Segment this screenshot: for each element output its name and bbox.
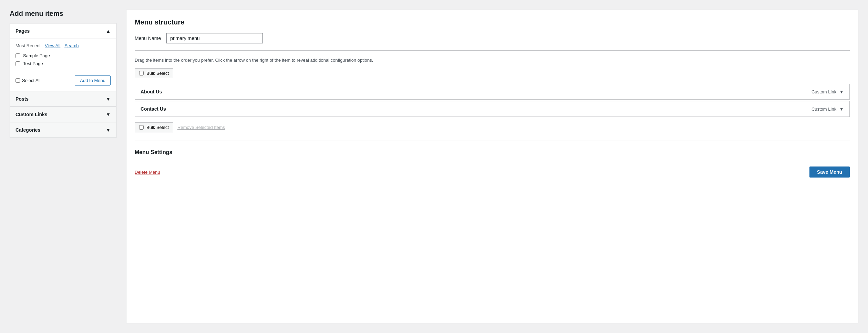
menu-name-row: Menu Name xyxy=(135,33,850,51)
menu-settings-title: Menu Settings xyxy=(135,149,850,155)
menu-item-about-us[interactable]: About Us Custom Link ▼ xyxy=(135,84,850,100)
menu-name-label: Menu Name xyxy=(135,36,161,41)
drag-hint-text: Drag the items into the order you prefer… xyxy=(135,58,850,63)
menu-item-type-contact-us: Custom Link xyxy=(812,107,836,112)
pages-footer: Select All Add to Menu xyxy=(16,72,111,85)
page-item-sample-page[interactable]: Sample Page xyxy=(16,53,111,58)
bulk-select-bottom-checkbox[interactable] xyxy=(139,125,144,130)
tab-most-recent[interactable]: Most Recent xyxy=(16,43,41,48)
page-checkbox-test-page[interactable] xyxy=(16,61,20,66)
menu-item-label-about-us: About Us xyxy=(141,89,162,94)
select-all-text: Select All xyxy=(22,78,40,83)
accordion-section-categories: Categories ▼ xyxy=(10,122,116,138)
menu-item-label-contact-us: Contact Us xyxy=(141,106,166,112)
select-all-label[interactable]: Select All xyxy=(16,78,40,83)
add-to-menu-button[interactable]: Add to Menu xyxy=(75,75,111,85)
arrow-down-icon-posts: ▼ xyxy=(106,96,111,102)
page-label-test-page: Test Page xyxy=(23,61,43,66)
accordion-section-custom-links: Custom Links ▼ xyxy=(10,107,116,122)
menu-item-expand-about-us[interactable]: ▼ xyxy=(839,89,844,94)
bulk-select-bottom-button[interactable]: Bulk Select xyxy=(135,122,173,132)
arrow-down-icon-categories: ▼ xyxy=(106,127,111,133)
select-all-checkbox[interactable] xyxy=(16,78,20,83)
pages-items-list: Sample Page Test Page xyxy=(16,53,111,66)
right-panel: Menu structure Menu Name Drag the items … xyxy=(126,10,858,323)
bulk-select-bottom-label: Bulk Select xyxy=(146,125,169,130)
menu-item-expand-contact-us[interactable]: ▼ xyxy=(839,106,844,112)
accordion-label-posts: Posts xyxy=(16,96,29,102)
left-panel: Add menu items Pages ▲ Most Recent View … xyxy=(10,10,116,323)
menu-item-contact-us[interactable]: Contact Us Custom Link ▼ xyxy=(135,101,850,117)
remove-selected-button[interactable]: Remove Selected Items xyxy=(177,125,225,130)
menu-items-list: About Us Custom Link ▼ Contact Us Custom… xyxy=(135,84,850,117)
menu-item-right-about-us: Custom Link ▼ xyxy=(812,89,844,94)
tab-view-all[interactable]: View All xyxy=(45,43,60,48)
delete-menu-button[interactable]: Delete Menu xyxy=(135,170,160,175)
save-menu-button[interactable]: Save Menu xyxy=(809,166,850,178)
accordion-header-posts[interactable]: Posts ▼ xyxy=(10,91,116,107)
page-checkbox-sample-page[interactable] xyxy=(16,53,20,58)
tab-search[interactable]: Search xyxy=(64,43,79,48)
accordion-content-pages: Most Recent View All Search Sample Page … xyxy=(10,39,116,91)
accordion-label-categories: Categories xyxy=(16,127,40,133)
menu-item-right-contact-us: Custom Link ▼ xyxy=(812,106,844,112)
bulk-select-top-checkbox[interactable] xyxy=(139,71,144,75)
accordion-section-posts: Posts ▼ xyxy=(10,91,116,107)
bottom-bar: Delete Menu Save Menu xyxy=(135,161,850,178)
accordion-header-custom-links[interactable]: Custom Links ▼ xyxy=(10,107,116,122)
bulk-select-top-label: Bulk Select xyxy=(146,71,169,76)
accordion: Pages ▲ Most Recent View All Search Samp… xyxy=(10,23,116,138)
accordion-header-pages[interactable]: Pages ▲ xyxy=(10,23,116,39)
accordion-label-pages: Pages xyxy=(16,28,30,34)
bulk-select-top-row: Bulk Select xyxy=(135,68,850,78)
menu-name-input[interactable] xyxy=(166,33,263,43)
arrow-up-icon: ▲ xyxy=(106,28,111,34)
menu-item-type-about-us: Custom Link xyxy=(812,89,836,94)
arrow-down-icon-custom-links: ▼ xyxy=(106,112,111,117)
left-panel-title: Add menu items xyxy=(10,10,116,18)
bulk-select-bottom-row: Bulk Select Remove Selected Items xyxy=(135,122,850,141)
right-panel-title: Menu structure xyxy=(135,18,850,26)
accordion-label-custom-links: Custom Links xyxy=(16,112,48,117)
pages-tabs: Most Recent View All Search xyxy=(16,43,111,48)
bulk-select-top-button[interactable]: Bulk Select xyxy=(135,68,173,78)
accordion-header-categories[interactable]: Categories ▼ xyxy=(10,122,116,138)
page-item-test-page[interactable]: Test Page xyxy=(16,61,111,66)
accordion-section-pages: Pages ▲ Most Recent View All Search Samp… xyxy=(10,23,116,91)
page-label-sample-page: Sample Page xyxy=(23,53,50,58)
